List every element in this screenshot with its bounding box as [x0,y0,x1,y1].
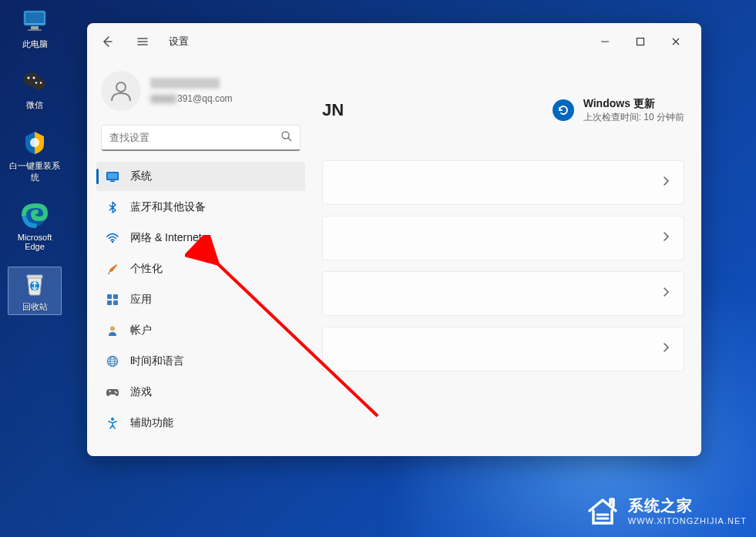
user-text: 391@qq.com [150,78,233,104]
window-title: 设置 [169,35,189,49]
desktop-icon-recycle-bin[interactable]: 回收站 [8,267,62,315]
desktop-icon-label: 白一键重装系统 [9,160,60,183]
house-icon [585,492,620,528]
svg-point-9 [40,82,42,83]
close-button[interactable] [658,29,694,54]
svg-point-6 [28,77,30,79]
nav-item-personalize[interactable]: 个性化 [96,254,305,284]
settings-window: 设置 391@qq.com [87,23,701,456]
svg-point-5 [32,79,45,90]
maximize-button[interactable] [623,29,658,54]
settings-card[interactable] [322,271,684,316]
svg-point-20 [112,241,114,243]
chevron-right-icon [662,287,670,300]
monitor-icon [20,6,49,35]
nav-item-apps[interactable]: 应用 [96,285,305,314]
desktop-icon-wechat[interactable]: 微信 [8,65,62,112]
watermark-title: 系统之家 [628,495,747,516]
avatar [101,71,141,111]
nav-item-label: 系统 [130,169,152,183]
sync-icon [553,99,574,121]
svg-rect-23 [107,300,112,305]
desktop-icon-label: 回收站 [22,301,48,313]
nav-item-accounts[interactable]: 帐户 [96,316,305,345]
recycle-bin-icon [20,269,49,298]
desktop-icon-reinstall[interactable]: 白一键重装系统 [8,126,62,185]
update-text: Windows 更新 上次检查时间: 10 分钟前 [583,97,684,124]
svg-point-8 [35,82,37,83]
sidebar: 391@qq.com 系统 蓝牙和其他设备 [87,60,314,456]
nav-item-gaming[interactable]: 游戏 [96,378,305,407]
accessibility-icon [106,416,119,430]
desktop-icon-label: Microsoft Edge [9,233,60,251]
svg-rect-21 [107,294,112,299]
heading-row: JN Windows 更新 上次检查时间: 10 分钟前 [318,60,684,160]
close-icon [671,37,680,46]
watermark: 系统之家 WWW.XITONGZHIJIA.NET [585,492,747,528]
nav-item-label: 辅助功能 [130,416,173,430]
nav-item-label: 蓝牙和其他设备 [130,200,206,214]
nav-item-network[interactable]: 网络 & Internet [96,223,305,253]
titlebar: 设置 [87,23,701,60]
settings-card[interactable] [322,327,684,371]
search-input[interactable] [109,132,281,143]
svg-point-7 [33,77,35,79]
nav-item-label: 时间和语言 [130,354,184,368]
apps-icon [106,293,119,307]
person-icon [106,324,119,337]
desktop-icon-label: 微信 [26,99,43,111]
user-email: 391@qq.com [150,93,233,104]
nav-item-label: 帐户 [130,324,152,337]
user-block[interactable]: 391@qq.com [92,66,310,125]
minimize-icon [600,37,610,46]
window-controls [587,29,694,54]
edge-icon [20,200,49,230]
svg-point-29 [116,392,117,394]
svg-point-30 [111,418,114,421]
svg-rect-1 [25,12,44,23]
nav-item-accessibility[interactable]: 辅助功能 [96,408,305,438]
search-box[interactable] [101,125,301,151]
wechat-icon [20,67,49,96]
user-name-blurred [150,78,220,89]
brush-icon [106,262,119,276]
nav-item-system[interactable]: 系统 [96,162,305,191]
system-icon [106,169,119,183]
svg-rect-19 [110,181,115,183]
reinstall-icon [20,128,49,157]
update-subtitle: 上次检查时间: 10 分钟前 [583,111,684,124]
svg-rect-12 [27,275,42,278]
svg-rect-14 [637,39,644,45]
gaming-icon [106,385,119,399]
person-icon [108,78,134,104]
chevron-right-icon [662,231,670,245]
back-button[interactable] [95,29,119,54]
globe-icon [106,354,119,368]
svg-point-25 [110,327,115,331]
desktop-icon-label: 此电脑 [22,39,48,50]
bluetooth-icon [106,200,119,214]
settings-card[interactable] [322,160,684,205]
menu-button[interactable] [130,29,155,54]
settings-cards [318,160,684,371]
windows-update-block[interactable]: Windows 更新 上次检查时间: 10 分钟前 [553,97,684,124]
minimize-button[interactable] [587,29,623,54]
svg-rect-3 [28,29,42,31]
nav-item-label: 游戏 [130,385,152,399]
nav-item-bluetooth[interactable]: 蓝牙和其他设备 [96,193,305,222]
svg-rect-2 [31,26,39,29]
chevron-right-icon [662,342,670,356]
svg-point-28 [115,391,116,393]
search-icon [281,130,292,145]
desktop-icon-this-pc[interactable]: 此电脑 [8,5,62,52]
nav-item-label: 个性化 [130,262,163,276]
hamburger-icon [136,35,149,48]
sidebar-nav: 系统 蓝牙和其他设备 网络 & Internet 个性化 应用 [92,162,310,438]
watermark-url: WWW.XITONGZHIJIA.NET [628,516,747,525]
maximize-icon [636,37,645,46]
nav-item-time-language[interactable]: 时间和语言 [96,347,305,376]
desktop-icon-edge[interactable]: Microsoft Edge [8,199,62,253]
settings-card[interactable] [322,216,684,260]
svg-rect-22 [113,294,118,299]
chevron-right-icon [662,176,670,190]
